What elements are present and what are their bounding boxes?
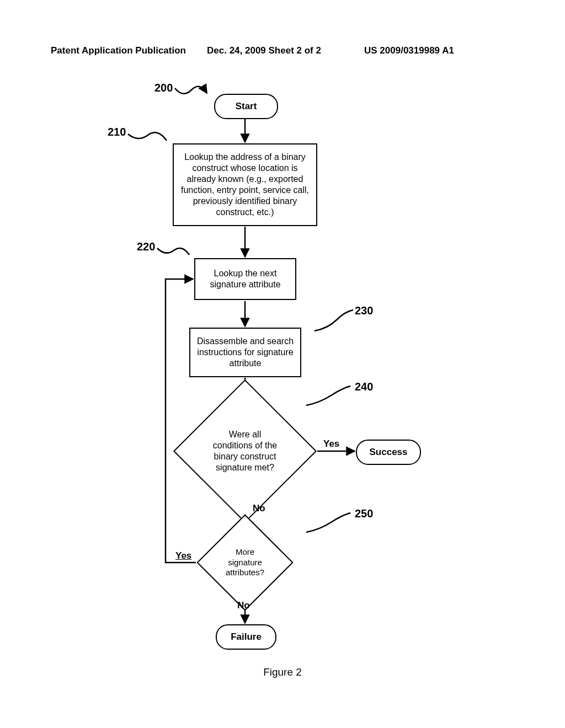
process-230-text: Disassemble and search instructions for … — [194, 336, 297, 369]
terminator-success: Success — [356, 440, 421, 465]
decision-250: More signature attributes? — [211, 528, 279, 597]
edge-240-no: No — [253, 503, 265, 514]
terminator-failure-label: Failure — [231, 631, 262, 643]
ref-240: 240 — [355, 381, 373, 393]
process-230: Disassemble and search instructions for … — [189, 328, 301, 377]
process-220-text: Lookup the next signature attribute — [199, 268, 292, 290]
terminator-success-label: Success — [370, 447, 408, 458]
ref-200: 200 — [154, 82, 173, 94]
figure-caption: Figure 2 — [0, 666, 565, 678]
ref-250: 250 — [355, 507, 373, 520]
process-210: Lookup the address of a binary construct… — [173, 143, 317, 226]
edge-240-yes: Yes — [323, 438, 339, 449]
decision-250-text: More signature attributes? — [211, 528, 279, 597]
header-right: US 2009/0319989 A1 — [364, 45, 454, 56]
ref-210: 210 — [108, 126, 126, 138]
terminator-start-label: Start — [236, 101, 257, 112]
ref-220: 220 — [137, 240, 155, 253]
terminator-start: Start — [214, 94, 278, 119]
edge-250-no: No — [237, 600, 250, 611]
process-220: Lookup the next signature attribute — [194, 258, 296, 300]
decision-240: Were all conditions of the binary constr… — [194, 400, 296, 502]
header-left: Patent Application Publication — [51, 45, 186, 56]
decision-240-text: Were all conditions of the binary constr… — [194, 400, 296, 502]
ref-230: 230 — [355, 304, 373, 317]
page: { "header": { "left": "Patent Applicatio… — [0, 0, 565, 728]
edge-250-yes: Yes — [175, 550, 191, 561]
process-210-text: Lookup the address of a binary construct… — [177, 152, 313, 218]
header-middle: Dec. 24, 2009 Sheet 2 of 2 — [207, 45, 321, 56]
terminator-failure: Failure — [216, 624, 276, 650]
